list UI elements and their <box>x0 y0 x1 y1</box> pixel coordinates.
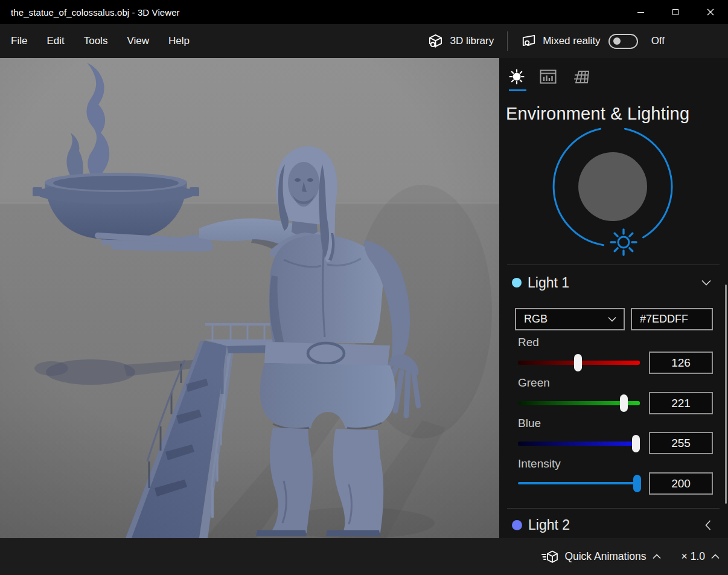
stats-icon <box>540 69 557 85</box>
chevron-left-icon[interactable] <box>705 520 711 530</box>
blue-value-input[interactable] <box>649 432 713 454</box>
chevron-down-icon[interactable] <box>701 280 711 286</box>
intensity-slider-track[interactable] <box>518 482 640 484</box>
active-tab-indicator <box>509 89 526 91</box>
close-icon <box>707 8 714 16</box>
dial-sun-icon <box>611 230 636 255</box>
light2-color-dot <box>512 520 522 530</box>
quick-animations-label: Quick Animations <box>564 550 646 563</box>
minimize-icon <box>637 12 644 13</box>
panel-title: Environment & Lighting <box>506 104 689 124</box>
green-slider-thumb[interactable] <box>620 394 628 412</box>
3d-library-icon[interactable] <box>427 33 444 50</box>
window-title: the_statue_of_colossalus.obj - 3D Viewer <box>0 7 180 18</box>
intensity-value-input[interactable] <box>649 472 713 495</box>
red-value-input[interactable] <box>649 352 713 374</box>
red-slider-label: Red <box>518 336 539 349</box>
3d-library-button[interactable]: 3D library <box>450 35 494 47</box>
blue-slider-label: Blue <box>518 417 541 430</box>
close-button[interactable] <box>693 0 728 24</box>
blue-slider-track[interactable] <box>518 442 640 446</box>
viewport-3d-canvas[interactable] <box>0 58 499 538</box>
light2-header[interactable]: Light 2 <box>499 511 728 539</box>
tab-stats[interactable] <box>539 68 557 86</box>
color-mode-value: RGB <box>524 313 548 326</box>
hex-color-input[interactable] <box>631 308 713 330</box>
quick-animations-button[interactable]: Quick Animations <box>541 550 660 564</box>
menu-help[interactable]: Help <box>159 24 199 58</box>
sun-icon <box>508 68 525 85</box>
intensity-slider-thumb[interactable] <box>633 475 641 492</box>
toggle-knob <box>613 37 621 45</box>
section-divider <box>507 508 720 509</box>
section-divider <box>507 265 720 265</box>
grid-icon <box>572 69 590 85</box>
maximize-icon <box>672 9 679 15</box>
menubar: File Edit Tools View Help 3D library <box>0 24 728 58</box>
tab-grid[interactable] <box>572 68 590 86</box>
green-slider-label: Green <box>518 376 550 390</box>
titlebar: the_statue_of_colossalus.obj - 3D Viewer <box>0 0 728 24</box>
speed-multiplier-label: × 1.0 <box>682 550 705 563</box>
mixed-reality-state: Off <box>651 35 665 47</box>
menu-separator <box>507 31 508 51</box>
mixed-reality-toggle[interactable] <box>608 34 638 49</box>
chevron-up-icon <box>711 554 720 559</box>
menu-tools[interactable]: Tools <box>74 24 118 58</box>
lighting-panel: Environment & Lighting <box>499 58 728 538</box>
intensity-slider-label: Intensity <box>518 457 561 471</box>
quick-animations-icon <box>541 550 558 564</box>
light1-color-dot <box>512 278 522 288</box>
maximize-button[interactable] <box>658 0 693 24</box>
green-value-input[interactable] <box>649 392 713 414</box>
mixed-reality-icon <box>521 33 537 49</box>
light2-label: Light 2 <box>528 517 570 533</box>
light1-label: Light 1 <box>528 275 569 291</box>
chevron-up-icon <box>653 554 661 559</box>
color-mode-dropdown[interactable]: RGB <box>515 308 625 330</box>
dial-knob[interactable] <box>578 152 647 221</box>
window-controls <box>623 0 728 24</box>
panel-scrollbar[interactable] <box>725 284 727 504</box>
dropdown-chevron-icon <box>608 316 616 322</box>
statue-render <box>0 58 499 538</box>
menu-edit[interactable]: Edit <box>37 24 74 58</box>
app-window: the_statue_of_colossalus.obj - 3D Viewer… <box>0 0 728 575</box>
light1-header[interactable]: Light 1 <box>499 269 728 297</box>
menu-items: File Edit Tools View Help <box>0 24 199 58</box>
blue-slider-thumb[interactable] <box>632 435 640 452</box>
red-slider-thumb[interactable] <box>574 354 582 371</box>
animation-speed-button[interactable]: × 1.0 <box>682 550 720 563</box>
minimize-button[interactable] <box>623 0 658 24</box>
menu-view[interactable]: View <box>117 24 159 58</box>
mixed-reality-label: Mixed reality <box>543 35 600 47</box>
bottombar: Quick Animations × 1.0 <box>0 538 728 575</box>
tab-environment-lighting[interactable] <box>508 68 526 86</box>
sun-position-dial[interactable] <box>499 123 728 268</box>
menu-file[interactable]: File <box>1 24 37 58</box>
